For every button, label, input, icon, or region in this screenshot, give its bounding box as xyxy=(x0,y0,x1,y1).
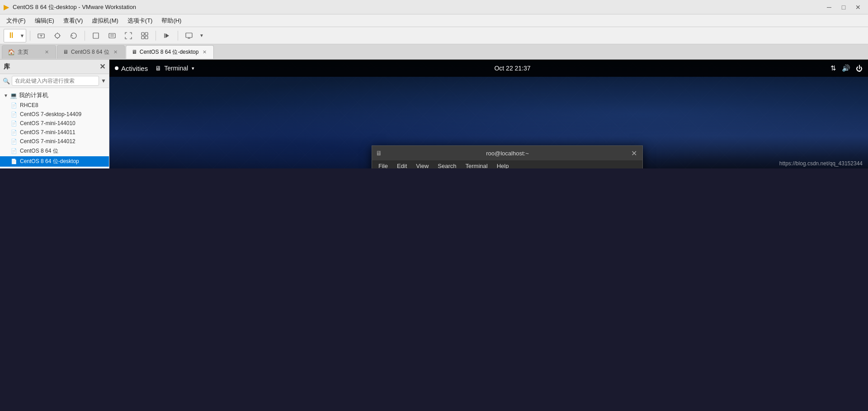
display-dropdown[interactable]: ▼ xyxy=(198,29,205,42)
terminal-menu-edit[interactable]: Edit xyxy=(392,160,411,169)
tab-centos64[interactable]: 🖥 CentOS 8 64 位 ✕ xyxy=(57,45,125,59)
play-dropdown[interactable]: ▼ xyxy=(19,29,26,42)
terminal-menu-file[interactable]: File xyxy=(374,160,392,169)
fit-window[interactable] xyxy=(105,29,119,42)
title-bar: ▶ CentOS 8 64 位-desktop - VMware Worksta… xyxy=(0,0,868,14)
terminal-window: 🖥 roo@localhost:~ ✕ File Edit View Searc… xyxy=(372,145,643,168)
centos-desktop-tab-icon: 🖥 xyxy=(132,49,137,55)
vm-system-icons: ⇅ 🔊 ⏻ xyxy=(830,64,863,72)
tree-root[interactable]: ▼ 💻 我的计算机 xyxy=(0,90,109,101)
vm-activities-button[interactable]: Activities xyxy=(115,65,148,72)
sidebar-item-centos8-desktop[interactable]: 📄 CentOS 8 64 位-desktop xyxy=(0,156,109,167)
pause-button[interactable]: ⏸ xyxy=(4,29,19,42)
sidebar-item-centos8[interactable]: 📄 CentOS 8 64 位 xyxy=(0,146,109,156)
menu-edit[interactable]: 编辑(E) xyxy=(30,14,59,27)
sidebar-item-centos7-desktop[interactable]: 📄 CentOS 7-desktop-14409 xyxy=(0,110,109,119)
centos64-tab-icon: 🖥 xyxy=(63,49,68,55)
tab-centos-desktop[interactable]: 🖥 CentOS 8 64 位-desktop ✕ xyxy=(126,45,214,59)
bottom-link: https://blog.csdn.net/qq_43152344 xyxy=(779,160,863,167)
network-icon[interactable]: ⇅ xyxy=(830,64,836,72)
content-area: 库 ✕ 🔍 ▼ ▼ 💻 我的计算机 📄 RHCE8 📄 CentOS 7-des… xyxy=(0,60,868,168)
volume-icon[interactable]: 🔊 xyxy=(842,64,850,72)
toolbar-sep-3 xyxy=(156,31,156,41)
vm-label-mini-010: CentOS 7-mini-144010 xyxy=(20,120,75,126)
home-tab-icon: 🏠 xyxy=(8,49,15,56)
minimize-button[interactable]: ─ xyxy=(823,2,835,12)
tree-expand-icon: ▼ xyxy=(4,93,8,98)
window-title: CentOS 8 64 位-desktop - VMware Workstati… xyxy=(13,3,819,11)
svg-rect-2 xyxy=(93,33,99,38)
sidebar-tree: ▼ 💻 我的计算机 📄 RHCE8 📄 CentOS 7-desktop-144… xyxy=(0,88,109,168)
vm-clock-display: Oct 22 21:37 xyxy=(494,65,530,72)
vm-label-rhce8: RHCE8 xyxy=(20,102,38,108)
menu-tabs[interactable]: 选项卡(T) xyxy=(123,14,157,27)
svg-rect-4 xyxy=(142,33,144,35)
computer-icon: 💻 xyxy=(10,92,17,99)
activities-dot xyxy=(115,66,118,70)
terminal-window-title: roo@localhost:~ xyxy=(386,150,629,157)
search-input[interactable] xyxy=(12,76,99,86)
sidebar-item-centos7-mini-012[interactable]: 📄 CentOS 7-mini-144012 xyxy=(0,137,109,146)
centos64-tab-close[interactable]: ✕ xyxy=(112,49,119,56)
home-tab-close[interactable]: ✕ xyxy=(43,49,50,56)
terminal-taskbar-icon: 🖥 xyxy=(155,65,161,72)
vm-terminal-button[interactable]: 🖥 Terminal ▾ xyxy=(155,65,194,72)
fullscreen[interactable] xyxy=(121,29,136,42)
vm-taskbar: Activities 🖥 Terminal ▾ Oct 22 21:37 ⇅ 🔊… xyxy=(109,60,868,77)
centos-desktop-tab-close[interactable]: ✕ xyxy=(201,49,208,56)
sidebar: 库 ✕ 🔍 ▼ ▼ 💻 我的计算机 📄 RHCE8 📄 CentOS 7-des… xyxy=(0,60,109,168)
app-icon: ▶ xyxy=(4,3,9,11)
menu-vm[interactable]: 虚拟机(M) xyxy=(87,14,123,27)
svg-rect-6 xyxy=(142,36,144,39)
terminal-titlebar: 🖥 roo@localhost:~ ✕ xyxy=(372,146,642,160)
terminal-menu-help[interactable]: Help xyxy=(492,160,514,169)
terminal-window-icon: 🖥 xyxy=(376,149,382,157)
terminal-close-button[interactable]: ✕ xyxy=(629,149,639,158)
centos-desktop-tab-label: CentOS 8 64 位-desktop xyxy=(140,48,199,56)
send-ctrl-alt-del[interactable] xyxy=(34,29,48,42)
home-tab-label: 主页 xyxy=(18,48,28,56)
enter-vm[interactable] xyxy=(160,29,174,42)
vm-label-centos8-desktop: CentOS 8 64 位-desktop xyxy=(20,158,79,165)
toolbar-sep-2 xyxy=(85,31,85,41)
search-dropdown-arrow[interactable]: ▼ xyxy=(101,78,106,84)
menu-bar: 文件(F) 编辑(E) 查看(V) 虚拟机(M) 选项卡(T) 帮助(H) xyxy=(0,14,868,27)
terminal-dropdown-arrow: ▾ xyxy=(192,65,194,71)
power-icon[interactable]: ⏻ xyxy=(856,65,863,72)
svg-rect-5 xyxy=(145,33,148,35)
svg-marker-8 xyxy=(165,33,169,38)
close-button[interactable]: ✕ xyxy=(852,2,864,12)
terminal-menubar: File Edit View Search Terminal Help xyxy=(372,160,642,168)
snapshot-button[interactable] xyxy=(50,29,65,42)
fit-guest[interactable] xyxy=(89,29,103,42)
tab-home[interactable]: 🏠 主页 ✕ xyxy=(2,45,56,59)
tree-root-label: 我的计算机 xyxy=(19,91,48,99)
terminal-menu-search[interactable]: Search xyxy=(433,160,461,169)
terminal-menu-view[interactable]: View xyxy=(411,160,433,169)
unity[interactable] xyxy=(137,29,152,42)
terminal-menu-terminal[interactable]: Terminal xyxy=(461,160,492,169)
vm-label-centos7-desktop: CentOS 7-desktop-14409 xyxy=(20,111,81,117)
vm-clock: Oct 22 21:37 xyxy=(494,65,530,72)
centos64-tab-label: CentOS 8 64 位 xyxy=(71,48,109,56)
vm-icon-mini-011: 📄 xyxy=(11,130,17,135)
sidebar-item-centos7-mini-011[interactable]: 📄 CentOS 7-mini-144011 xyxy=(0,128,109,137)
sidebar-close-button[interactable]: ✕ xyxy=(99,62,105,71)
sidebar-header: 库 ✕ xyxy=(0,60,109,74)
vm-icon-centos7-desktop: 📄 xyxy=(11,112,17,117)
terminal-taskbar-label: Terminal xyxy=(164,65,188,72)
search-icon: 🔍 xyxy=(3,78,10,84)
menu-file[interactable]: 文件(F) xyxy=(2,14,30,27)
vm-screen[interactable]: Activities 🖥 Terminal ▾ Oct 22 21:37 ⇅ 🔊… xyxy=(109,60,868,168)
sidebar-item-centos7-mini-010[interactable]: 📄 CentOS 7-mini-144010 xyxy=(0,119,109,128)
svg-rect-7 xyxy=(145,36,148,39)
sidebar-item-rhce8[interactable]: 📄 RHCE8 xyxy=(0,101,109,110)
maximize-button[interactable]: □ xyxy=(837,2,850,12)
vm-icon-centos8: 📄 xyxy=(11,148,17,154)
vm-icon-mini-010: 📄 xyxy=(11,121,17,126)
revert-button[interactable] xyxy=(66,29,81,42)
menu-help[interactable]: 帮助(H) xyxy=(157,14,186,27)
display-settings[interactable] xyxy=(182,29,196,42)
svg-point-1 xyxy=(55,33,60,38)
menu-view[interactable]: 查看(V) xyxy=(59,14,87,27)
